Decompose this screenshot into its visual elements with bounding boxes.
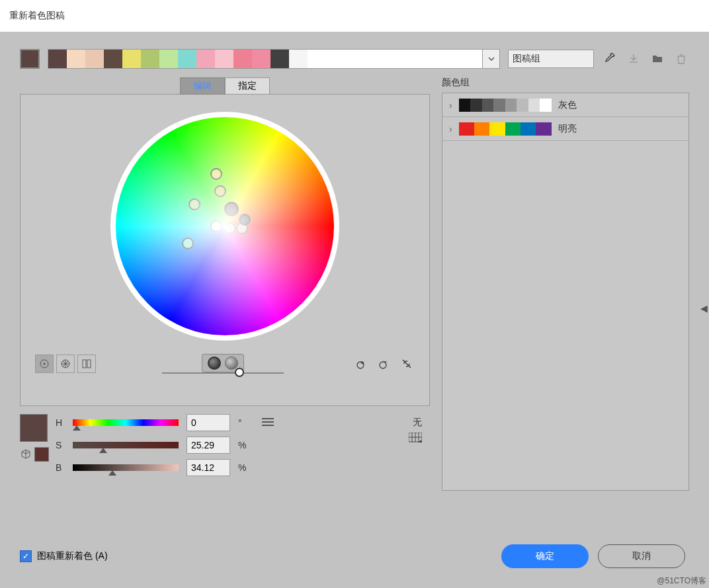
color-strip-dropdown[interactable] <box>483 49 500 69</box>
remove-color-tool-icon[interactable] <box>376 356 392 372</box>
wheel-point[interactable] <box>239 214 251 226</box>
recolor-artwork-checkbox[interactable]: ✓ <box>20 550 32 562</box>
right-panel: 颜色组 ›灰色›明亮 <box>442 77 689 491</box>
color-wheel[interactable] <box>110 112 339 341</box>
b-label: B <box>56 462 65 473</box>
wheel-tools <box>35 354 415 374</box>
swatch[interactable] <box>141 50 159 68</box>
swatch[interactable] <box>233 50 252 68</box>
swatch[interactable] <box>252 50 271 68</box>
chevron-right-icon: › <box>449 124 452 134</box>
group-swatches <box>459 99 552 112</box>
color-strip[interactable] <box>48 49 483 69</box>
tab-edit[interactable]: 编辑 <box>180 77 225 95</box>
svg-rect-4 <box>87 360 91 368</box>
brightness-slider[interactable] <box>162 372 284 374</box>
color-group-list: ›灰色›明亮 <box>442 93 689 491</box>
ok-button[interactable]: 确定 <box>501 544 589 568</box>
swatch[interactable] <box>104 50 122 68</box>
save-group-icon <box>626 51 642 67</box>
chevron-down-icon <box>487 55 495 63</box>
wheel-point[interactable] <box>236 222 248 234</box>
none-label: 无 <box>409 417 422 429</box>
watermark: @51CTO博客 <box>657 575 706 587</box>
saturation-unit: % <box>238 440 246 450</box>
hue-slider[interactable] <box>73 419 179 426</box>
brightness-unit: % <box>238 462 246 473</box>
shade-mode-outline[interactable] <box>225 357 238 370</box>
color-grid-icon[interactable] <box>409 433 422 445</box>
swatch[interactable] <box>122 50 141 68</box>
wheel-point[interactable] <box>224 202 239 216</box>
svg-rect-3 <box>83 360 86 368</box>
shade-mode-filled[interactable] <box>208 357 221 370</box>
segmented-wheel-button[interactable] <box>56 355 75 373</box>
current-color-swatch[interactable] <box>20 49 40 69</box>
hue-input[interactable] <box>187 414 230 431</box>
hsb-panel: 无 H <box>20 414 430 482</box>
dialog-title: 重新着色图稿 <box>9 10 65 22</box>
group-name: 灰色 <box>558 99 577 111</box>
footer: ✓ 图稿重新着色 (A) 确定 取消 <box>20 544 685 568</box>
cube-icon <box>20 448 32 460</box>
swatch[interactable] <box>85 50 104 68</box>
h-label: H <box>56 417 65 428</box>
swatch[interactable] <box>48 50 67 68</box>
swatch[interactable] <box>215 50 233 68</box>
svg-point-1 <box>44 363 46 365</box>
svg-point-6 <box>380 362 386 368</box>
wheel-point[interactable] <box>210 220 222 232</box>
cancel-button[interactable]: 取消 <box>598 544 685 568</box>
chevron-right-icon: › <box>449 100 452 110</box>
wheel-point[interactable] <box>224 222 235 234</box>
slider-thumb[interactable] <box>235 368 244 377</box>
swatch[interactable] <box>178 50 196 68</box>
secondary-swatch[interactable] <box>34 447 49 462</box>
wheel-point[interactable] <box>182 237 194 249</box>
group-swatches <box>459 122 552 136</box>
wheel-point[interactable] <box>188 198 200 210</box>
swatch[interactable] <box>67 50 85 68</box>
hue-unit: ° <box>238 417 242 428</box>
color-bars-button[interactable] <box>77 355 96 373</box>
saturation-input[interactable] <box>187 437 230 454</box>
saturation-slider[interactable] <box>73 442 179 448</box>
wheel-point[interactable] <box>214 185 226 197</box>
folder-icon[interactable] <box>649 51 665 67</box>
group-name-input[interactable] <box>508 50 594 68</box>
color-group-item[interactable]: ›灰色 <box>442 93 688 117</box>
color-group-item[interactable]: ›明亮 <box>442 117 688 141</box>
left-panel: 编辑 指定 <box>20 77 430 491</box>
color-wheel-panel <box>20 94 430 406</box>
group-name: 明亮 <box>558 123 577 135</box>
tab-assign[interactable]: 指定 <box>225 77 270 95</box>
color-mode-menu-icon[interactable] <box>262 417 274 429</box>
trash-icon <box>673 51 689 67</box>
swatch[interactable] <box>289 50 308 68</box>
smooth-wheel-button[interactable] <box>35 355 54 373</box>
swatch[interactable] <box>196 50 215 68</box>
main-swatch[interactable] <box>20 414 48 442</box>
swatch[interactable] <box>271 50 289 68</box>
swatch[interactable] <box>159 50 178 68</box>
add-color-tool-icon[interactable] <box>354 356 370 372</box>
tabs: 编辑 指定 <box>20 77 430 95</box>
recolor-artwork-label: 图稿重新着色 (A) <box>37 550 108 562</box>
wheel-point[interactable] <box>210 168 222 180</box>
collapse-panel-icon[interactable]: ◀ <box>698 300 709 316</box>
top-toolbar <box>20 49 689 69</box>
eyedropper-icon[interactable] <box>602 51 618 67</box>
color-groups-label: 颜色组 <box>442 77 689 89</box>
titlebar: 重新着色图稿 <box>0 0 709 32</box>
s-label: S <box>56 440 65 450</box>
unlink-harmony-icon[interactable] <box>399 356 415 372</box>
brightness-input[interactable] <box>187 459 230 476</box>
brightness-slider-hsb[interactable] <box>73 464 179 471</box>
